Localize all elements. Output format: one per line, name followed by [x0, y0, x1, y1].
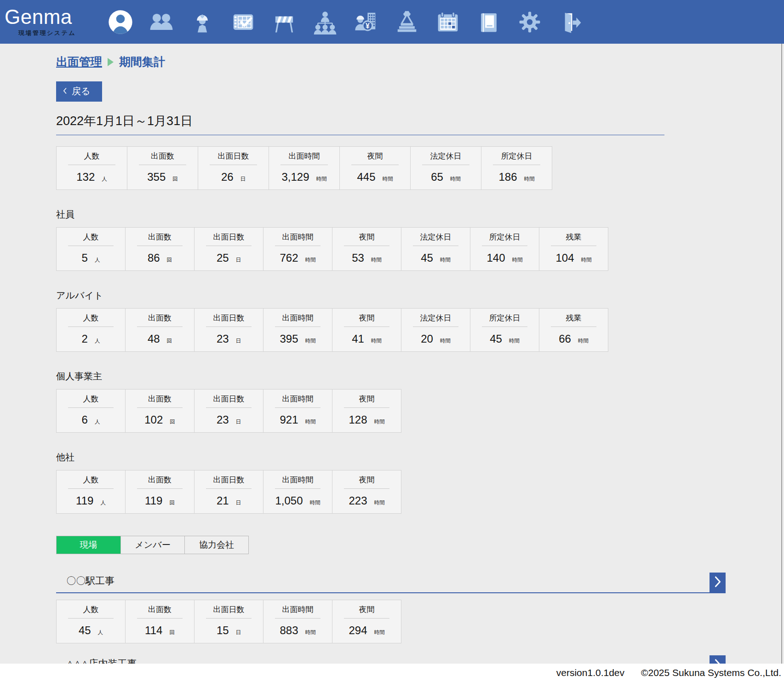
stat-value-row: 104時間: [539, 252, 608, 264]
stat-unit: 時間: [305, 257, 316, 264]
stat-value-row: 223時間: [332, 494, 401, 507]
nav-orgchart-icon[interactable]: [312, 9, 338, 35]
back-button[interactable]: 戻る: [56, 81, 102, 102]
stat-card: 出面時間921時間: [263, 389, 332, 433]
stat-value: 132: [76, 171, 95, 183]
nav-calendar-icon[interactable]: [435, 9, 461, 35]
stat-label: 出面日数: [195, 604, 263, 615]
stat-unit: 時間: [578, 338, 589, 344]
stat-unit: 人: [95, 257, 100, 264]
stat-value-row: 48回: [126, 332, 194, 345]
scrollbar-thumb[interactable]: [781, 44, 782, 682]
stat-divider: [68, 327, 114, 327]
stat-value: 114: [145, 624, 162, 637]
category-section: 個人事業主人数6人出面数102回出面日数23日出面時間921時間夜間128時間: [56, 370, 784, 433]
breadcrumb-link-attendance-management[interactable]: 出面管理: [56, 54, 102, 69]
stat-unit: 時間: [512, 257, 523, 264]
stat-card: 人数132人: [56, 146, 127, 190]
stat-divider: [139, 165, 186, 165]
nav-worker-icon[interactable]: [189, 9, 215, 35]
stat-unit: 日: [236, 338, 241, 344]
stat-value-row: 45時間: [401, 252, 470, 264]
stat-unit: 日: [236, 499, 241, 506]
chevron-right-icon: [713, 575, 723, 590]
stat-card: 出面数119回: [125, 470, 195, 514]
stat-label: 人数: [57, 151, 127, 161]
stat-unit: 回: [169, 629, 175, 636]
stat-card: 夜間223時間: [332, 470, 401, 514]
site-detail-button[interactable]: [710, 573, 726, 592]
stat-divider: [68, 618, 114, 619]
stat-card: 夜間53時間: [332, 227, 401, 271]
stat-value: 395: [280, 332, 298, 345]
top-navigation-bar: Genma 現場管理システム ¥: [0, 0, 784, 44]
stat-card: 人数2人: [56, 308, 126, 352]
app-logo-title: Genma: [5, 6, 105, 28]
stat-value-row: 5人: [57, 252, 125, 264]
stat-card: 出面時間395時間: [263, 308, 332, 352]
stat-value-row: 86回: [126, 252, 194, 264]
stat-value-row: 45人: [57, 624, 125, 637]
stat-value-row: 762時間: [263, 252, 332, 264]
stat-card: 人数6人: [56, 389, 126, 433]
stat-label: 所定休日: [470, 313, 539, 323]
section-title: 他社: [56, 451, 784, 464]
stat-value: 26: [221, 171, 234, 183]
tab-members[interactable]: メンバー: [120, 536, 184, 554]
nav-payment-icon[interactable]: ¥: [353, 9, 379, 35]
stat-label: 夜間: [340, 151, 410, 161]
stat-unit: 日: [236, 418, 241, 425]
stat-card: 出面数355回: [127, 146, 198, 190]
nav-attendance-icon[interactable]: [230, 9, 256, 35]
stat-value: 294: [349, 624, 367, 637]
stat-label: 出面日数: [198, 151, 269, 161]
stat-card: 人数45人: [56, 600, 126, 643]
tab-sites[interactable]: 現場: [57, 536, 120, 554]
stat-unit: 時間: [440, 257, 451, 264]
stat-label: 人数: [57, 394, 125, 404]
stat-label: 出面時間: [263, 313, 332, 323]
nav-site-icon[interactable]: [271, 9, 297, 35]
stat-divider: [206, 327, 252, 327]
section-stats-row: 人数2人出面数48回出面日数23日出面時間395時間夜間41時間法定休日20時間…: [56, 308, 784, 352]
stat-card: 出面時間762時間: [263, 227, 332, 271]
stat-divider: [68, 488, 114, 489]
stat-label: 所定休日: [470, 232, 539, 242]
stat-unit: 時間: [374, 418, 385, 425]
stat-divider: [344, 246, 390, 246]
nav-members-icon[interactable]: [149, 9, 174, 35]
stat-unit: 時間: [305, 418, 316, 425]
stat-divider: [551, 327, 597, 327]
tab-partners[interactable]: 協力会社: [184, 536, 248, 554]
vertical-scrollbar[interactable]: [779, 44, 784, 682]
stat-divider: [137, 407, 183, 408]
app-logo: Genma 現場管理システム: [0, 6, 105, 37]
section-title: 社員: [56, 208, 784, 221]
nav-icon-bar: ¥: [108, 9, 584, 35]
stat-unit: 時間: [371, 338, 382, 344]
stat-label: 出面数: [126, 475, 194, 485]
stat-unit: 時間: [371, 257, 382, 264]
stat-value-row: 114回: [126, 624, 194, 637]
stat-value: 104: [555, 252, 574, 264]
nav-user-icon[interactable]: [108, 9, 133, 35]
stat-value: 6: [82, 413, 88, 426]
stat-value: 1,050: [275, 494, 303, 507]
stat-label: 出面時間: [269, 151, 339, 161]
stat-label: 夜間: [332, 604, 401, 615]
stat-unit: 人: [98, 629, 103, 636]
stat-value-row: 132人: [57, 171, 127, 183]
nav-settings-icon[interactable]: [517, 9, 543, 35]
stat-value: 128: [349, 413, 367, 426]
nav-tools-icon[interactable]: [394, 9, 420, 35]
stat-value: 2: [82, 332, 88, 345]
category-sections: 社員人数5人出面数86回出面日数25日出面時間762時間夜間53時間法定休日45…: [56, 208, 784, 514]
site-header: 〇〇駅工事: [56, 573, 726, 593]
stat-card: 人数5人: [56, 227, 126, 271]
view-tabs: 現場メンバー協力会社: [56, 536, 249, 554]
nav-ledger-icon[interactable]: [476, 9, 502, 35]
nav-logout-icon[interactable]: [558, 9, 584, 35]
stat-value-row: 6人: [57, 413, 125, 426]
stat-unit: 時間: [316, 176, 327, 183]
stat-value-row: 23日: [195, 332, 263, 345]
